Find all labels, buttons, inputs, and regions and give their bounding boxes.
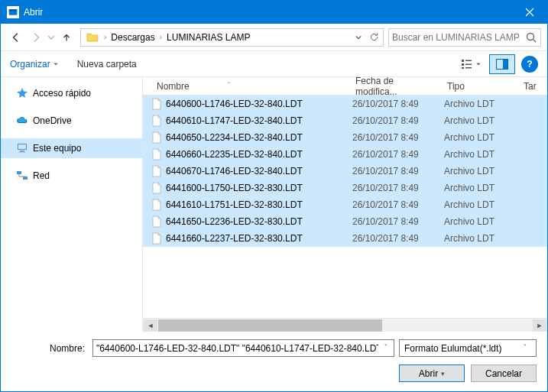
filename-input[interactable] bbox=[95, 343, 380, 354]
file-row[interactable]: 6440650-L2234-LED-32-840.LDT26/10/2017 8… bbox=[143, 129, 547, 146]
file-date: 26/10/2017 8:49 bbox=[346, 199, 438, 210]
sidebar-item-label: Este equipo bbox=[33, 143, 81, 154]
file-icon bbox=[151, 182, 163, 194]
scroll-right-button[interactable]: ► bbox=[533, 319, 546, 332]
file-name: 6441600-L1750-LED-32-830.LDT bbox=[166, 183, 303, 193]
file-icon bbox=[151, 232, 163, 245]
search-box[interactable] bbox=[388, 28, 541, 47]
file-icon bbox=[151, 165, 163, 177]
footer: Nombre: ˇ Formato Eulumdat(*.ldt) ˇ Abri… bbox=[1, 332, 547, 391]
organize-label: Organizar bbox=[10, 59, 50, 70]
view-mode-dropdown[interactable] bbox=[454, 54, 488, 74]
file-date: 26/10/2017 8:49 bbox=[346, 183, 438, 193]
file-date: 26/10/2017 8:49 bbox=[346, 149, 438, 160]
app-icon bbox=[7, 6, 19, 18]
breadcrumb-downloads[interactable]: Descargas bbox=[108, 31, 157, 44]
file-date: 26/10/2017 8:49 bbox=[346, 216, 438, 227]
file-row[interactable]: 6440670-L1746-LED-32-840.LDT26/10/2017 8… bbox=[143, 163, 547, 180]
file-type: Archivo LDT bbox=[438, 132, 530, 143]
breadcrumb-current[interactable]: LUMINARIAS LAMP bbox=[164, 31, 253, 44]
sort-indicator-icon: ˆ bbox=[228, 82, 230, 90]
file-name: 6441650-L2236-LED-32-830.LDT bbox=[166, 216, 303, 227]
titlebar: Abrir bbox=[1, 1, 547, 24]
file-type: Archivo LDT bbox=[438, 149, 530, 160]
file-icon bbox=[151, 115, 163, 127]
svg-rect-3 bbox=[462, 60, 464, 62]
file-row[interactable]: 6441610-L1751-LED-32-830.LDT26/10/2017 8… bbox=[143, 196, 547, 213]
file-name: 6440610-L1747-LED-32-840.LDT bbox=[166, 115, 303, 126]
dialog-body: Acceso rápido OneDrive Este equipo Red N… bbox=[1, 77, 547, 332]
chevron-down-icon: ▾ bbox=[441, 370, 445, 377]
address-bar[interactable]: › Descargas › LUMINARIAS LAMP bbox=[80, 28, 384, 47]
file-row[interactable]: 6440600-L1746-LED-32-840.LDT26/10/2017 8… bbox=[143, 96, 547, 112]
filetype-filter[interactable]: Formato Eulumdat(*.ldt) ˇ bbox=[399, 339, 537, 357]
history-dropdown[interactable] bbox=[47, 28, 56, 47]
button-row: Abrir ▾ Cancelar bbox=[11, 364, 537, 382]
preview-pane-toggle[interactable] bbox=[489, 54, 515, 74]
new-folder-button[interactable]: Nueva carpeta bbox=[77, 59, 137, 70]
col-header-date[interactable]: Fecha de modifica... bbox=[349, 77, 441, 97]
file-date: 26/10/2017 8:49 bbox=[346, 233, 438, 244]
svg-rect-8 bbox=[465, 67, 472, 69]
file-icon bbox=[151, 215, 163, 228]
refresh-button[interactable] bbox=[366, 30, 381, 45]
chevron-right-icon: › bbox=[102, 33, 108, 41]
svg-rect-15 bbox=[17, 171, 21, 174]
up-button[interactable] bbox=[57, 28, 76, 47]
file-row[interactable]: 6440660-L2235-LED-32-840.LDT26/10/2017 8… bbox=[143, 146, 547, 163]
open-button[interactable]: Abrir ▾ bbox=[399, 364, 465, 382]
toolbar: Organizar Nueva carpeta ? bbox=[1, 51, 547, 77]
svg-rect-6 bbox=[465, 60, 472, 61]
scroll-track[interactable] bbox=[158, 319, 532, 332]
cancel-button[interactable]: Cancelar bbox=[471, 364, 537, 382]
sidebar: Acceso rápido OneDrive Este equipo Red bbox=[1, 77, 143, 332]
col-header-type[interactable]: Tipo bbox=[441, 81, 517, 92]
address-dropdown[interactable] bbox=[351, 30, 366, 45]
cloud-icon bbox=[16, 115, 28, 127]
chevron-down-icon[interactable]: ˇ bbox=[380, 344, 392, 352]
svg-point-2 bbox=[527, 33, 534, 40]
sidebar-item-label: Red bbox=[33, 170, 50, 181]
file-row[interactable]: 6440610-L1747-LED-32-840.LDT26/10/2017 8… bbox=[143, 112, 547, 129]
sidebar-item-onedrive[interactable]: OneDrive bbox=[1, 111, 142, 131]
col-header-name[interactable]: Nombreˆ bbox=[151, 81, 349, 92]
sidebar-item-label: Acceso rápido bbox=[33, 88, 91, 99]
file-date: 26/10/2017 8:49 bbox=[346, 132, 438, 143]
svg-rect-5 bbox=[462, 67, 464, 69]
open-dialog: Abrir › Descargas › LUMINARIAS LAMP bbox=[0, 0, 548, 392]
scroll-left-button[interactable]: ◄ bbox=[144, 319, 157, 332]
sidebar-item-network[interactable]: Red bbox=[1, 166, 142, 186]
file-name: 6440670-L1746-LED-32-840.LDT bbox=[166, 166, 303, 177]
filename-combo[interactable]: ˇ bbox=[92, 339, 394, 357]
file-row[interactable]: 6441650-L2236-LED-32-830.LDT26/10/2017 8… bbox=[143, 213, 547, 230]
chevron-down-icon[interactable]: ˇ bbox=[519, 344, 531, 352]
col-header-size[interactable]: Tar bbox=[517, 81, 547, 92]
search-input[interactable] bbox=[392, 32, 525, 43]
svg-rect-13 bbox=[20, 151, 24, 151]
back-button[interactable] bbox=[7, 28, 25, 47]
close-button[interactable] bbox=[512, 1, 547, 24]
folder-icon bbox=[86, 31, 99, 44]
pc-icon bbox=[16, 142, 28, 154]
organize-menu[interactable]: Organizar bbox=[10, 59, 59, 70]
svg-rect-12 bbox=[18, 144, 26, 149]
sidebar-item-quick-access[interactable]: Acceso rápido bbox=[1, 83, 142, 103]
sidebar-item-this-pc[interactable]: Este equipo bbox=[1, 138, 142, 158]
star-icon bbox=[16, 87, 28, 99]
file-name: 6441610-L1751-LED-32-830.LDT bbox=[166, 199, 303, 210]
file-type: Archivo LDT bbox=[438, 233, 530, 244]
horizontal-scrollbar[interactable]: ◄ ► bbox=[143, 318, 547, 332]
file-type: Archivo LDT bbox=[438, 199, 530, 210]
svg-rect-1 bbox=[9, 9, 18, 11]
filename-label: Nombre: bbox=[11, 343, 88, 354]
file-row[interactable]: 6441600-L1750-LED-32-830.LDT26/10/2017 8… bbox=[143, 180, 547, 196]
file-type: Archivo LDT bbox=[438, 183, 530, 193]
scroll-thumb[interactable] bbox=[158, 319, 382, 332]
search-icon bbox=[525, 31, 537, 44]
help-button[interactable]: ? bbox=[521, 56, 538, 73]
file-row[interactable]: 6441660-L2237-LED-32-830.LDT26/10/2017 8… bbox=[143, 230, 547, 247]
file-icon bbox=[151, 98, 163, 110]
sidebar-item-label: OneDrive bbox=[33, 115, 72, 126]
file-date: 26/10/2017 8:49 bbox=[346, 99, 438, 109]
forward-button[interactable] bbox=[27, 28, 45, 47]
